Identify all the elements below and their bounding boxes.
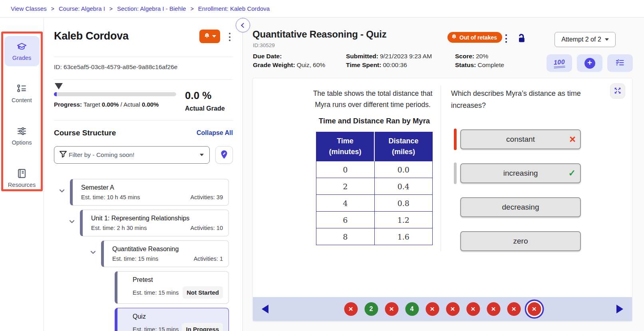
collapse-panel-button[interactable] bbox=[236, 18, 250, 32]
tree-item-est-time: Est. time: 10 h 45 mins bbox=[81, 194, 140, 200]
tree-row: PretestEst. time: 15 minsNot Started bbox=[54, 271, 233, 304]
icon-sidebar: GradesContentOptionsResources bbox=[0, 18, 44, 331]
tree-item-meta: Est. time: 15 minsIn Progress bbox=[133, 323, 223, 331]
question-indicator-6[interactable]: × bbox=[446, 302, 459, 316]
caret-down-icon bbox=[605, 38, 609, 41]
tree-item[interactable]: Quantitative ReasoningEst. time: 15 mins… bbox=[101, 240, 229, 267]
question-indicators: ×2×4×××××× bbox=[344, 302, 541, 316]
expand-question-button[interactable] bbox=[610, 83, 625, 99]
student-menu-button[interactable] bbox=[227, 32, 233, 42]
course-structure-header: Course Structure Collapse All bbox=[54, 129, 233, 137]
actual-grade-value: 0.0 % bbox=[185, 89, 225, 102]
unlock-icon[interactable] bbox=[515, 32, 527, 46]
table-header-cell: Time(minutes) bbox=[316, 132, 375, 161]
indicator-bar bbox=[454, 163, 457, 184]
breadcrumb-separator: > bbox=[191, 6, 194, 12]
pin-edit-button[interactable] bbox=[215, 146, 233, 164]
question-indicator-9[interactable]: × bbox=[507, 302, 521, 316]
question-indicator-8[interactable]: × bbox=[487, 302, 500, 316]
activity-detail-label: Time Spent: bbox=[346, 61, 381, 68]
tree-item[interactable]: Semester AEst. time: 10 h 45 minsActivit… bbox=[70, 179, 229, 206]
table-row: 81.6 bbox=[316, 228, 433, 245]
tree-item[interactable]: PretestEst. time: 15 minsNot Started bbox=[115, 271, 229, 304]
activity-menu-button[interactable] bbox=[503, 34, 509, 44]
table-cell: 0.4 bbox=[374, 178, 432, 195]
tree-item-meta: Est. time: 2 h 30 minsActivities: 10 bbox=[91, 225, 223, 231]
sidebar-item-options[interactable]: Options bbox=[4, 121, 40, 151]
tree-item-activities: Activities: 39 bbox=[191, 194, 223, 200]
table-cell: 2 bbox=[316, 178, 375, 195]
chevron-down-icon[interactable] bbox=[89, 248, 97, 258]
activity-detail: Submitted:9/21/2023 9:23 AM bbox=[346, 53, 455, 61]
book-icon bbox=[16, 168, 27, 179]
breadcrumb-bar: View Classes>Course: Algebra I>Section: … bbox=[0, 0, 644, 18]
table-cell: 6 bbox=[316, 212, 375, 228]
previous-question-arrow[interactable] bbox=[262, 305, 268, 313]
question-indicator-1[interactable]: × bbox=[344, 302, 358, 316]
chevron-down-icon[interactable] bbox=[58, 187, 66, 196]
filter-dropdown[interactable]: Filter by - Coming soon! bbox=[54, 146, 210, 164]
answer-option-row: decreasing bbox=[454, 197, 581, 217]
app-root: View Classes>Course: Algebra I>Section: … bbox=[0, 0, 644, 331]
add-score-button[interactable]: + bbox=[577, 54, 602, 72]
score-button[interactable]: 100 bbox=[547, 54, 572, 72]
question-indicator-7[interactable]: × bbox=[466, 302, 480, 316]
prompt-line: The table shows the total distance that bbox=[305, 88, 441, 99]
tree-item-est-time: Est. time: 2 h 30 mins bbox=[91, 225, 147, 231]
activity-detail: Score:20% bbox=[455, 53, 559, 61]
student-panel: Kaleb Cordova ID: 63ce5af5-03c8-4579-a85… bbox=[44, 18, 243, 331]
answer-option-label: constant bbox=[506, 135, 535, 144]
progress-block: Progress: Target 0.00% / Actual 0.00% bbox=[54, 83, 176, 112]
attempt-selector[interactable]: Attempt 2 of 2 bbox=[555, 32, 616, 47]
sidebar-item-resources[interactable]: Resources bbox=[4, 163, 40, 193]
activity-panel: Quantitative Reasoning - Quiz ID:30529 O… bbox=[243, 18, 644, 331]
tree-row: Unit 1: Representing RelationshipsEst. t… bbox=[54, 210, 233, 236]
table-header-row: Time(minutes)Distance(miles) bbox=[316, 132, 433, 161]
tree-item[interactable]: QuizEst. time: 15 minsIn Progress bbox=[115, 308, 229, 331]
answer-option-decreasing[interactable]: decreasing bbox=[460, 197, 581, 217]
question-indicator-10[interactable]: × bbox=[527, 302, 541, 316]
answer-options: constant×increasing✓decreasingzero bbox=[454, 129, 581, 251]
answer-option-row: increasing✓ bbox=[454, 163, 581, 183]
table-cell: 8 bbox=[316, 228, 375, 245]
breadcrumb-item[interactable]: Enrollment: Kaleb Cordova bbox=[198, 5, 270, 12]
review-checklist-button[interactable] bbox=[607, 54, 633, 72]
chevron-down-icon[interactable] bbox=[68, 218, 76, 227]
breadcrumb-item[interactable]: Section: Algebra I - Biehle bbox=[117, 5, 186, 12]
progress-bar bbox=[54, 92, 176, 96]
sidebar-item-label: Grades bbox=[12, 55, 32, 61]
course-structure-tree: Semester AEst. time: 10 h 45 minsActivit… bbox=[54, 179, 233, 331]
progress-section: Progress: Target 0.00% / Actual 0.00% 0.… bbox=[54, 83, 233, 112]
question-indicator-3[interactable]: × bbox=[385, 302, 398, 316]
tree-item-meta: Est. time: 15 minsNot Started bbox=[133, 286, 223, 299]
tree-row: Quantitative ReasoningEst. time: 15 mins… bbox=[54, 240, 233, 267]
collapse-all-link[interactable]: Collapse All bbox=[197, 129, 233, 137]
activity-detail: Status:Complete bbox=[455, 61, 559, 70]
question-indicator-2[interactable]: 2 bbox=[364, 302, 378, 316]
table-row: 40.8 bbox=[316, 195, 433, 212]
answer-option-constant[interactable]: constant× bbox=[460, 129, 581, 149]
out-of-retakes-badge: Out of retakes bbox=[447, 32, 502, 43]
graduation-cap-icon bbox=[16, 41, 27, 52]
alert-dropdown-button[interactable] bbox=[199, 30, 220, 43]
next-question-arrow[interactable] bbox=[616, 305, 623, 313]
activity-detail: Grade Weight:Quiz, 60% bbox=[253, 61, 346, 70]
answer-option-increasing[interactable]: increasing✓ bbox=[460, 163, 581, 183]
sidebar-item-content[interactable]: Content bbox=[4, 78, 40, 109]
tree-item-activities: Activities: 1 bbox=[194, 256, 223, 262]
alert-bell-icon bbox=[204, 33, 210, 40]
sidebar-item-grades[interactable]: Grades bbox=[4, 36, 40, 66]
activity-detail-value: 00:00:36 bbox=[383, 61, 407, 68]
question-prompt: The table shows the total distance that … bbox=[305, 88, 441, 110]
tree-item[interactable]: Unit 1: Representing RelationshipsEst. t… bbox=[80, 210, 229, 236]
question-indicator-4[interactable]: 4 bbox=[405, 302, 419, 316]
status-badge: In Progress bbox=[182, 323, 223, 331]
tree-item-title: Quantitative Reasoning bbox=[112, 246, 223, 253]
answer-option-zero[interactable]: zero bbox=[460, 231, 581, 251]
table-row: 20.4 bbox=[316, 178, 433, 195]
breadcrumb-item[interactable]: View Classes bbox=[11, 5, 47, 12]
activity-id: ID:30529 bbox=[253, 42, 275, 48]
tree-item-title: Semester A bbox=[81, 184, 223, 191]
breadcrumb-item[interactable]: Course: Algebra I bbox=[59, 5, 105, 12]
question-indicator-5[interactable]: × bbox=[425, 302, 439, 316]
